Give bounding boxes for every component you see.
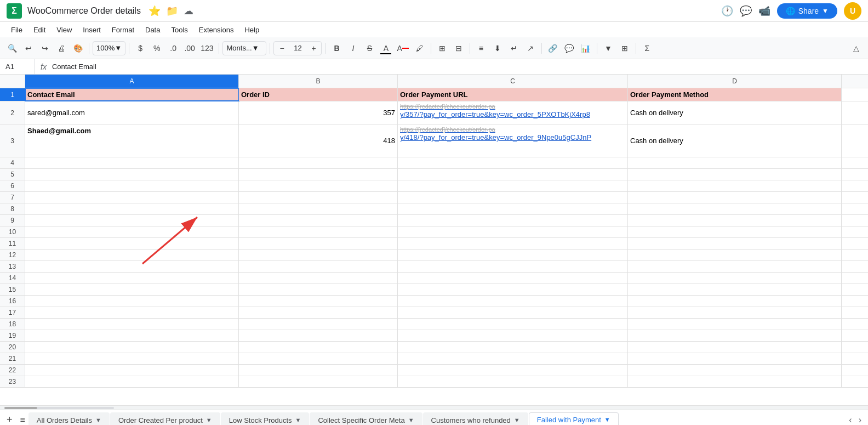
valign-button[interactable]: ⬇ [490, 41, 505, 56]
cell-a22[interactable] [25, 365, 239, 376]
collapse-button[interactable]: △ [848, 41, 864, 56]
cell-c12[interactable] [398, 250, 628, 260]
cell-d15[interactable] [628, 284, 842, 295]
menu-edit[interactable]: Edit [29, 25, 50, 35]
cell-d22[interactable] [628, 365, 842, 376]
cell-b21[interactable] [239, 353, 398, 364]
cell-a13[interactable] [25, 261, 239, 272]
zoom-selector[interactable]: 100%▼ [93, 41, 125, 55]
tab-all-orders[interactable]: All Orders Details ▼ [28, 412, 110, 426]
avatar[interactable]: U [844, 2, 861, 20]
cell-c5[interactable] [398, 169, 628, 180]
cell-b11[interactable] [239, 238, 398, 249]
cell-d7[interactable] [628, 192, 842, 203]
cell-a2[interactable]: sared@gmail.com [25, 101, 239, 124]
tab-customers-refunded[interactable]: Customers who refunded ▼ [423, 412, 528, 426]
cell-d16[interactable] [628, 296, 842, 307]
link-c2[interactable]: https://[redacted]/checkout/order-pa y/3… [400, 103, 590, 120]
font-selector[interactable]: Monts...▼ [222, 41, 266, 55]
video-icon[interactable]: 📹 [758, 5, 770, 17]
cell-c1[interactable]: Order Payment URL [398, 88, 628, 101]
sheet-menu-button[interactable]: ≡ [17, 415, 28, 425]
share-button[interactable]: 🌐 Share ▼ [777, 3, 837, 19]
cell-reference[interactable]: A1 [2, 59, 35, 74]
cell-d1[interactable]: Order Payment Method [628, 88, 842, 101]
print-button[interactable]: 🖨 [54, 41, 69, 56]
underline-button[interactable]: A [378, 41, 393, 56]
cell-c4[interactable] [398, 157, 628, 168]
strikethrough-button[interactable]: S [362, 41, 377, 56]
cell-b18[interactable] [239, 319, 398, 330]
cell-b5[interactable] [239, 169, 398, 180]
filter-button[interactable]: ▼ [601, 41, 616, 56]
tab-order-created[interactable]: Order Created Per product ▼ [110, 412, 220, 426]
cell-d20[interactable] [628, 342, 842, 353]
cell-d23[interactable] [628, 376, 842, 387]
h-scrollbar-thumb[interactable] [4, 407, 37, 409]
cell-b14[interactable] [239, 273, 398, 284]
col-header-c[interactable]: C [398, 75, 628, 88]
format-123-button[interactable]: 123 [198, 41, 215, 56]
cell-a9[interactable] [25, 215, 239, 226]
cell-c18[interactable] [398, 319, 628, 330]
cell-d18[interactable] [628, 319, 842, 330]
cell-c23[interactable] [398, 376, 628, 387]
cell-d13[interactable] [628, 261, 842, 272]
cell-a10[interactable] [25, 226, 239, 237]
cell-b15[interactable] [239, 284, 398, 295]
menu-format[interactable]: Format [107, 25, 139, 35]
decimal-less-button[interactable]: .0 [165, 41, 181, 56]
function-button[interactable]: Σ [639, 41, 655, 56]
cell-a3[interactable]: Shaed@gmail.com [25, 124, 239, 157]
cell-a21[interactable] [25, 353, 239, 364]
wrap-button[interactable]: ↵ [506, 41, 522, 56]
cell-a4[interactable] [25, 157, 239, 168]
tab-failed-payment-arrow[interactable]: ▼ [604, 416, 610, 423]
currency-button[interactable]: $ [133, 41, 148, 56]
cell-b19[interactable] [239, 330, 398, 341]
cell-b16[interactable] [239, 296, 398, 307]
add-sheet-button[interactable]: + [2, 414, 17, 425]
tab-low-stock-arrow[interactable]: ▼ [295, 417, 301, 423]
tab-collect-meta[interactable]: Collect Specific Order Meta ▼ [310, 412, 422, 426]
cell-d14[interactable] [628, 273, 842, 284]
cell-c21[interactable] [398, 353, 628, 364]
cell-c2[interactable]: https://[redacted]/checkout/order-pa y/3… [398, 101, 628, 124]
cell-c17[interactable] [398, 307, 628, 318]
rotate-button[interactable]: ↗ [523, 41, 538, 56]
decimal-more-button[interactable]: .00 [182, 41, 197, 56]
font-size-control[interactable]: − 12 + [273, 41, 322, 55]
cell-b9[interactable] [239, 215, 398, 226]
cell-c6[interactable] [398, 180, 628, 191]
star-icon[interactable]: ⭐ [149, 5, 161, 17]
cell-b23[interactable] [239, 376, 398, 387]
col-header-a[interactable]: A [25, 75, 239, 88]
col-header-b[interactable]: B [239, 75, 398, 88]
cell-a5[interactable] [25, 169, 239, 180]
cell-a17[interactable] [25, 307, 239, 318]
cell-b12[interactable] [239, 250, 398, 260]
cell-a6[interactable] [25, 180, 239, 191]
menu-help[interactable]: Help [240, 25, 264, 35]
cell-c3[interactable]: https://[redacted]/checkout/order-pa y/4… [398, 124, 628, 157]
italic-button[interactable]: I [345, 41, 361, 56]
font-size-decrease[interactable]: − [274, 41, 289, 56]
paint-format-button[interactable]: 🎨 [70, 41, 85, 56]
menu-tools[interactable]: Tools [167, 25, 192, 35]
link-c3[interactable]: https://[redacted]/checkout/order-pa y/4… [400, 126, 591, 143]
cell-a16[interactable] [25, 296, 239, 307]
cell-c13[interactable] [398, 261, 628, 272]
cell-d11[interactable] [628, 238, 842, 249]
cell-c7[interactable] [398, 192, 628, 203]
cell-a23[interactable] [25, 376, 239, 387]
tab-prev-button[interactable]: ‹ [847, 415, 854, 425]
text-color-button[interactable]: A [395, 41, 410, 56]
cell-a7[interactable] [25, 192, 239, 203]
cell-d8[interactable] [628, 203, 842, 214]
cell-a12[interactable] [25, 250, 239, 260]
cell-c19[interactable] [398, 330, 628, 341]
halign-button[interactable]: ≡ [473, 41, 489, 56]
chart-button[interactable]: 📊 [578, 41, 593, 56]
cell-b22[interactable] [239, 365, 398, 376]
redo-button[interactable]: ↪ [37, 41, 53, 56]
